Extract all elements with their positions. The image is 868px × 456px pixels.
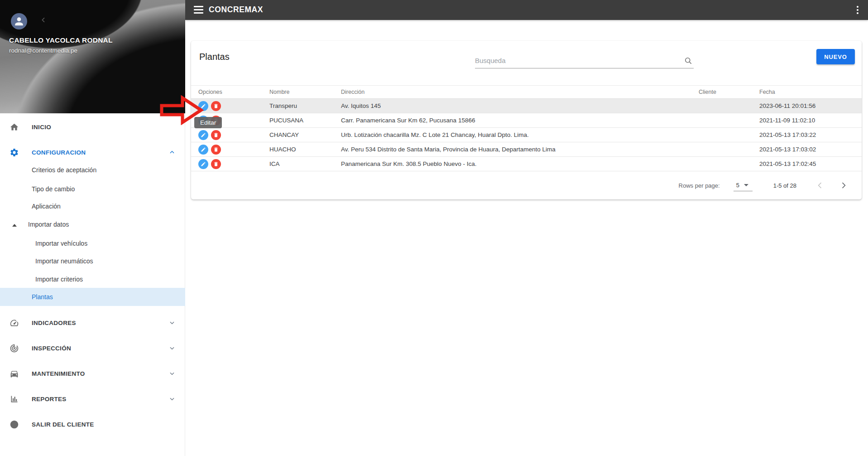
- table-row: CHANCAY Urb. Lotización chacarilla Mz. C…: [191, 128, 862, 142]
- home-icon: [9, 122, 19, 132]
- table-row: PUCUSANA Carr. Panamericana Sur Km 62, P…: [191, 113, 862, 128]
- sidebar-item-label: MANTENIMIENTO: [32, 370, 85, 377]
- profile-photo: CABELLO YACOLCA RODNAL rodnal@contentmed…: [0, 0, 185, 113]
- sidebar-item-indicadores[interactable]: INDICADORES: [0, 314, 185, 332]
- chevron-down-icon: [169, 370, 175, 377]
- user-email: rodnal@contentmedia.pe: [9, 47, 77, 54]
- chevron-left-icon: [815, 181, 825, 190]
- sidebar-item-label: Plantas: [32, 293, 53, 301]
- sidebar-item-inspeccion[interactable]: INSPECCIÓN: [0, 339, 185, 357]
- column-header-fecha: Fecha: [759, 89, 862, 95]
- cell-nombre: PUCUSANA: [269, 117, 341, 124]
- sidebar-item-configuracion[interactable]: CONFIGURACION: [0, 143, 185, 161]
- cell-fecha: 2021-05-13 17:03:02: [759, 146, 862, 153]
- sidebar-item-salir-del-cliente[interactable]: SALIR DEL CLIENTE: [0, 415, 185, 433]
- annotation-arrow-icon: [159, 95, 204, 125]
- sidebar-item-tipo-cambio[interactable]: Tipo de cambio: [0, 180, 185, 198]
- plantas-table: Opciones Nombre Dirección Cliente Fecha …: [191, 85, 862, 171]
- trash-icon: [213, 132, 219, 138]
- edit-button[interactable]: [198, 159, 208, 169]
- cell-direccion: Carr. Panamericana Sur Km 62, Pucusana 1…: [341, 117, 699, 124]
- sidebar-item-label: INSPECCIÓN: [32, 345, 71, 352]
- previous-page-button[interactable]: [815, 180, 825, 191]
- sidebar-item-importar-criterios[interactable]: Importar criterios: [0, 270, 185, 288]
- caret-down-icon: [744, 184, 748, 186]
- collapse-sidebar-icon[interactable]: [40, 16, 47, 24]
- sidebar-item-label: INDICADORES: [32, 320, 76, 326]
- edit-button[interactable]: [198, 145, 208, 155]
- speedometer-icon: [9, 318, 19, 328]
- chevron-down-icon: [169, 396, 175, 402]
- gear-icon: [9, 147, 19, 157]
- delete-button[interactable]: [211, 130, 221, 140]
- cell-nombre: ICA: [269, 160, 341, 167]
- cell-nombre: Transperu: [269, 102, 341, 109]
- rows-per-page-label: Rows per page:: [679, 182, 720, 189]
- cell-fecha: 2023-06-11 20:01:56: [759, 102, 862, 109]
- cell-direccion: Panamericana Sur Km. 308.5 Pueblo Nuevo …: [341, 160, 699, 167]
- pagination-range: 1-5 of 28: [773, 182, 796, 189]
- track-changes-icon: [9, 343, 19, 353]
- chevron-up-icon: [169, 149, 175, 155]
- nuevo-button[interactable]: NUEVO: [816, 49, 855, 64]
- search-input[interactable]: [475, 53, 676, 67]
- column-header-direccion: Dirección: [341, 89, 699, 95]
- sidebar-item-label: Aplicación: [32, 203, 61, 210]
- avatar: [11, 13, 27, 29]
- rows-per-page-select[interactable]: 5: [734, 179, 753, 191]
- sidebar-item-label: SALIR DEL CLIENTE: [32, 421, 94, 428]
- cell-fecha: 2021-05-13 17:02:45: [759, 160, 862, 167]
- rows-per-page-value: 5: [736, 182, 739, 189]
- pencil-icon: [201, 161, 206, 167]
- next-page-button[interactable]: [838, 180, 849, 191]
- cell-nombre: HUACHO: [269, 146, 341, 153]
- sidebar-item-importar-datos[interactable]: Importar datos: [0, 215, 185, 233]
- search-icon[interactable]: [684, 56, 693, 65]
- cell-direccion: Urb. Lotización chacarilla Mz. C Lote 21…: [341, 131, 699, 138]
- pagination: Rows per page: 5 1-5 of 28: [191, 171, 862, 199]
- cell-fecha: 2021-11-09 11:02:10: [759, 117, 862, 124]
- sidebar-item-importar-vehiculos[interactable]: Importar vehículos: [0, 234, 185, 252]
- pencil-icon: [201, 132, 206, 138]
- sidebar-item-reportes[interactable]: REPORTES: [0, 390, 185, 408]
- sidebar-item-label: Criterios de aceptación: [32, 166, 96, 174]
- sidebar-item-label: CONFIGURACION: [32, 149, 86, 156]
- sidebar: CABELLO YACOLCA RODNAL rodnal@contentmed…: [0, 0, 185, 456]
- sidebar-item-plantas[interactable]: Plantas: [0, 288, 185, 306]
- chevron-down-icon: [169, 345, 175, 351]
- user-name: CABELLO YACOLCA RODNAL: [9, 36, 113, 44]
- trash-icon: [213, 147, 219, 152]
- chevron-right-icon: [839, 181, 848, 190]
- pencil-icon: [201, 147, 206, 152]
- sidebar-item-criterios-aceptacion[interactable]: Criterios de aceptación: [0, 161, 185, 179]
- more-options-icon[interactable]: [854, 5, 861, 15]
- sidebar-item-inicio[interactable]: INICIO: [0, 118, 185, 136]
- sidebar-item-mantenimiento[interactable]: MANTENIMIENTO: [0, 364, 185, 383]
- sidebar-item-importar-neumaticos[interactable]: Importar neumáticos: [0, 252, 185, 270]
- chevron-down-icon: [169, 320, 175, 326]
- delete-button[interactable]: [211, 101, 221, 111]
- app-title: CONCREMAX: [209, 5, 263, 15]
- sidebar-item-label: Importar neumáticos: [35, 257, 93, 265]
- delete-button[interactable]: [211, 159, 221, 169]
- trash-icon: [213, 103, 219, 109]
- topbar: CONCREMAX: [185, 0, 868, 20]
- sidebar-item-aplicacion[interactable]: Aplicación: [0, 197, 185, 215]
- delete-button[interactable]: [211, 145, 221, 155]
- sidebar-item-label: Tipo de cambio: [32, 185, 75, 193]
- car-icon: [9, 369, 19, 378]
- cell-fecha: 2021-05-13 17:03:22: [759, 131, 862, 138]
- cell-nombre: CHANCAY: [269, 131, 341, 138]
- sidebar-item-label: INICIO: [32, 124, 51, 131]
- menu-hamburger-icon[interactable]: [194, 6, 203, 14]
- edit-button[interactable]: [198, 130, 208, 140]
- bar-chart-icon: [9, 394, 19, 404]
- column-header-nombre: Nombre: [269, 89, 341, 95]
- sidebar-item-label: Importar datos: [28, 221, 69, 228]
- table-row: ICA Panamericana Sur Km. 308.5 Pueblo Nu…: [191, 157, 862, 171]
- cell-direccion: Av. Peru 534 Distrito de Santa Maria, Pr…: [341, 146, 699, 153]
- column-header-opciones: Opciones: [191, 89, 269, 95]
- table-row: Transperu Av. Iquitos 145 2023-06-11 20:…: [191, 99, 862, 113]
- person-icon: [13, 15, 25, 27]
- table-header-row: Opciones Nombre Dirección Cliente Fecha: [191, 85, 862, 99]
